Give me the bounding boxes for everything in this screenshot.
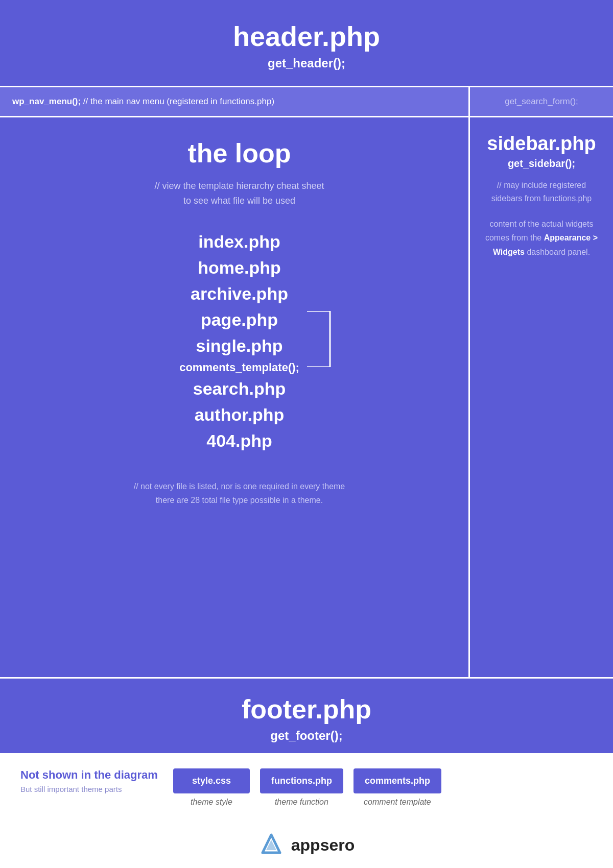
nav-menu-func: wp_nav_menu(); — [12, 97, 81, 106]
footer-title: footer.php — [10, 694, 603, 725]
header-title: header.php — [10, 20, 603, 52]
sidebar-title: sidebar.php — [487, 133, 596, 155]
not-shown-text: Not shown in the diagram But still impor… — [20, 768, 158, 793]
bracket-svg — [304, 311, 333, 367]
file-single: single.php — [196, 333, 283, 359]
not-shown-title: Not shown in the diagram — [20, 768, 158, 782]
theme-file-style: style.css theme style — [173, 768, 250, 807]
brand-name: appsero — [291, 836, 355, 855]
sidebar-text1: // may include registered sidebars from … — [483, 179, 600, 205]
loop-footer-text: // not every file is listed, nor is one … — [134, 479, 345, 507]
file-404: 404.php — [206, 428, 272, 454]
style-css-btn: style.css — [173, 768, 250, 793]
branding: appsero — [0, 822, 613, 868]
search-form-func: get_search_form(); — [505, 97, 578, 107]
loop-title: the loop — [187, 138, 291, 168]
sidebar-widgets-end: dashboard panel. — [525, 248, 590, 256]
footer-section: footer.php get_footer(); — [0, 677, 613, 753]
functions-php-btn: functions.php — [260, 768, 343, 793]
file-home: home.php — [198, 255, 280, 281]
loop-subtitle: // view the template hierarchy cheat she… — [154, 179, 324, 208]
nav-menu-comment: // the main nav menu (registered in func… — [81, 97, 274, 106]
nav-bar: wp_nav_menu(); // the main nav menu (reg… — [0, 86, 613, 117]
nav-right: get_search_form(); — [470, 87, 613, 116]
loop-subtitle-line1: // view the template hierarchy cheat she… — [154, 181, 324, 191]
file-comments-template: comments_template(); — [179, 359, 299, 376]
file-search: search.php — [193, 376, 286, 402]
theme-file-functions: functions.php theme function — [260, 768, 343, 807]
file-author: author.php — [195, 402, 285, 428]
loop-footer-line2: there are 28 total file type possible in… — [156, 496, 323, 504]
header-subtitle: get_header(); — [10, 56, 603, 70]
footer-subtitle: get_footer(); — [10, 729, 603, 743]
nav-left: wp_nav_menu(); // the main nav menu (reg… — [0, 87, 470, 116]
sidebar-widgets-text: content of the actual widgets comes from… — [483, 217, 600, 259]
comments-php-label: comment template — [364, 798, 431, 807]
header-section: header.php get_header(); — [0, 0, 613, 86]
sidebar-subtitle: get_sidebar(); — [508, 158, 575, 170]
loop-subtitle-line2: to see what file will be used — [183, 196, 295, 206]
not-shown-desc: But still important theme parts — [20, 785, 158, 793]
file-list: index.php home.php archive.php page.php … — [179, 229, 299, 454]
comments-php-btn: comments.php — [353, 768, 441, 793]
bottom-section: Not shown in the diagram But still impor… — [0, 753, 613, 822]
file-index: index.php — [198, 229, 280, 255]
main-left: the loop // view the template hierarchy … — [0, 117, 470, 677]
appsero-logo — [258, 832, 284, 858]
loop-footer-line1: // not every file is listed, nor is one … — [134, 482, 345, 491]
main-area: the loop // view the template hierarchy … — [0, 117, 613, 677]
theme-files: style.css theme style functions.php them… — [173, 768, 593, 807]
functions-php-label: theme function — [275, 798, 328, 807]
file-page: page.php — [201, 307, 278, 333]
main-right: sidebar.php get_sidebar(); // may includ… — [470, 117, 613, 677]
file-archive: archive.php — [191, 281, 288, 307]
style-css-label: theme style — [191, 798, 232, 807]
theme-file-comments: comments.php comment template — [353, 768, 441, 807]
